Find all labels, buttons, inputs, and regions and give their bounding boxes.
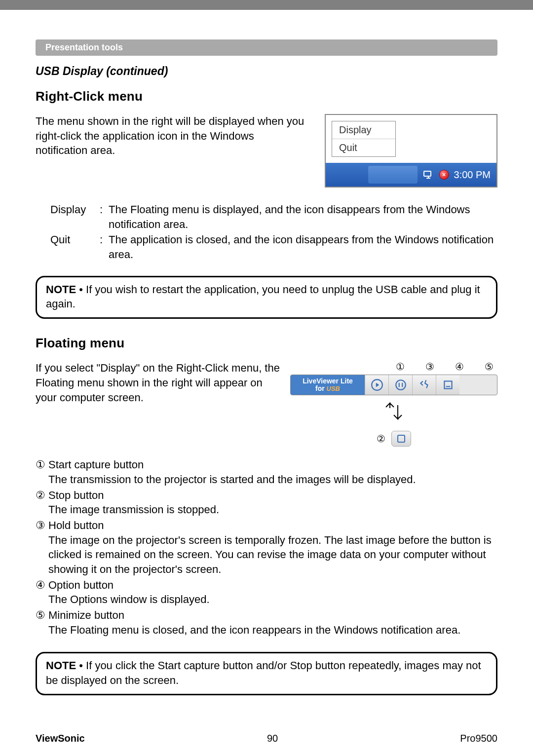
def-desc-display: The Floating menu is displayed, and the … (109, 202, 497, 231)
def-desc-quit: The application is closed, and the icon … (109, 232, 497, 262)
context-menu: Display Quit (332, 121, 396, 157)
tray-clock: 3:00 PM (454, 169, 491, 181)
item-mark-4: ④ (36, 578, 48, 593)
def-term-quit: Quit (50, 232, 100, 262)
page-subtitle: USB Display (continued) (36, 65, 497, 78)
taskbar: × 3:00 PM (326, 163, 496, 187)
callout-3: ③ (425, 361, 434, 373)
taskbar-button (368, 166, 418, 184)
minimize-button[interactable] (436, 375, 459, 395)
logo-line2a: for (315, 384, 327, 392)
item-desc-2: The image transmission is stopped. (48, 502, 497, 517)
start-capture-button[interactable] (365, 375, 388, 395)
heading-floating-menu: Floating menu (36, 336, 497, 351)
item-mark-5: ⑤ (36, 608, 48, 623)
intro-paragraph-2: If you select "Display" on the Right-Cli… (36, 361, 280, 405)
callout-5: ⑤ (485, 361, 494, 373)
intro-paragraph-1: The menu shown in the right will be disp… (36, 114, 305, 158)
item-title-1: Start capture button (48, 457, 144, 472)
item-desc-1: The transmission to the projector is sta… (48, 472, 497, 487)
item-desc-4: The Options window is displayed. (48, 592, 497, 607)
callout-2: ② (377, 433, 385, 445)
footer-brand: ViewSonic (36, 733, 85, 744)
note-box-1: NOTE • If you wish to restart the applic… (36, 276, 497, 319)
svg-rect-5 (444, 381, 452, 389)
note-box-2: NOTE • If you click the Start capture bu… (36, 652, 497, 695)
logo-line1: LiveViewer Lite (303, 378, 353, 385)
note-text: • If you wish to restart the application… (46, 283, 480, 310)
menu-item-quit[interactable]: Quit (332, 139, 395, 156)
callout-1: ① (396, 361, 405, 373)
item-desc-5: The Floating menu is closed, and the ico… (48, 623, 497, 638)
item-title-3: Hold button (48, 518, 104, 533)
liveviewer-logo: LiveViewer Lite for USB (291, 375, 365, 395)
item-mark-1: ① (36, 457, 48, 472)
section-bar: Presentation tools (36, 39, 497, 56)
item-title-4: Option button (48, 578, 114, 593)
def-term-display: Display (50, 202, 100, 231)
item-mark-2: ② (36, 488, 48, 503)
close-icon[interactable]: × (439, 170, 449, 180)
note-text-2: • If you click the Start capture button … (46, 659, 481, 686)
tray-app-icon[interactable] (422, 169, 434, 181)
callout-4: ④ (455, 361, 464, 373)
item-title-5: Minimize button (48, 608, 124, 623)
floating-menu-figure: ① ③ ④ ⑤ LiveViewer Lite for USB (290, 361, 497, 447)
item-title-2: Stop button (48, 488, 104, 503)
note-label: NOTE (46, 283, 76, 296)
numbered-list: ①Start capture button The transmission t… (36, 457, 497, 637)
stop-button[interactable] (391, 431, 411, 447)
svg-rect-0 (424, 171, 431, 176)
logo-line2b: USB (327, 385, 340, 392)
manual-page: Presentation tools USB Display (continue… (0, 10, 533, 756)
item-mark-3: ③ (36, 518, 48, 533)
hold-button[interactable] (388, 375, 412, 395)
definition-list: Display : The Floating menu is displayed… (50, 202, 497, 262)
liveviewer-toolbar: LiveViewer Lite for USB (290, 375, 497, 395)
option-button[interactable] (412, 375, 436, 395)
footer-model: Pro9500 (460, 733, 497, 744)
footer: ViewSonic 90 Pro9500 (36, 733, 497, 744)
item-desc-3: The image on the projector's screen is t… (48, 533, 497, 577)
heading-right-click: Right-Click menu (36, 89, 497, 104)
callout-numbers-row: ① ③ ④ ⑤ (290, 361, 497, 373)
right-click-menu-figure: Display Quit × 3:00 PM (325, 114, 497, 188)
note-label-2: NOTE (46, 659, 76, 672)
menu-item-display[interactable]: Display (332, 121, 395, 139)
arrows-icon (290, 399, 497, 429)
stop-icon (397, 435, 405, 443)
svg-rect-2 (396, 380, 406, 390)
footer-page: 90 (267, 733, 278, 744)
